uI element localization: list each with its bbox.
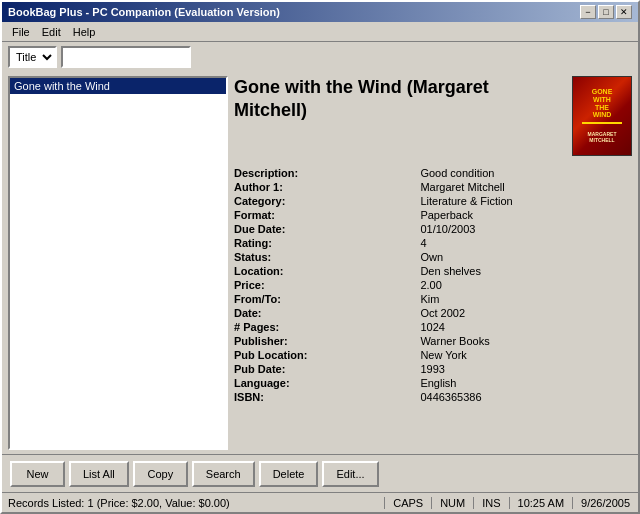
field-label: From/To:: [234, 292, 420, 306]
status-num: NUM: [432, 497, 474, 509]
cover-text: GONE WITH THE WIND: [592, 88, 613, 119]
main-window: BookBag Plus - PC Companion (Evaluation …: [0, 0, 640, 514]
field-row: Format:Paperback: [234, 208, 632, 222]
field-value: 2.00: [420, 278, 632, 292]
button-bar: New List All Copy Search Delete Edit...: [2, 454, 638, 492]
field-value: English: [420, 376, 632, 390]
field-row: Pub Location:New York: [234, 348, 632, 362]
field-value: Oct 2002: [420, 306, 632, 320]
status-records: Records Listed: 1 (Price: $2.00, Value: …: [2, 497, 385, 509]
field-row: Pub Date:1993: [234, 362, 632, 376]
field-value: Literature & Fiction: [420, 194, 632, 208]
edit-button[interactable]: Edit...: [322, 461, 378, 487]
field-label: Publisher:: [234, 334, 420, 348]
title-bar-buttons: − □ ✕: [580, 5, 632, 19]
filter-input[interactable]: [61, 46, 191, 68]
book-list[interactable]: Gone with the Wind: [8, 76, 228, 450]
menu-bar: File Edit Help: [2, 22, 638, 42]
copy-button[interactable]: Copy: [133, 461, 188, 487]
field-row: Description:Good condition: [234, 166, 632, 180]
field-value: Good condition: [420, 166, 632, 180]
book-cover-inner: GONE WITH THE WIND MARGARETMITCHELL: [573, 77, 631, 155]
field-value: New York: [420, 348, 632, 362]
delete-button[interactable]: Delete: [259, 461, 319, 487]
field-label: Price:: [234, 278, 420, 292]
field-row: Category:Literature & Fiction: [234, 194, 632, 208]
field-label: Location:: [234, 264, 420, 278]
field-row: Date:Oct 2002: [234, 306, 632, 320]
field-label: Pub Location:: [234, 348, 420, 362]
field-row: Language:English: [234, 376, 632, 390]
status-caps: CAPS: [385, 497, 432, 509]
field-value: Kim: [420, 292, 632, 306]
maximize-button[interactable]: □: [598, 5, 614, 19]
field-row: Status:Own: [234, 250, 632, 264]
field-value: 1993: [420, 362, 632, 376]
toolbar: Title: [2, 42, 638, 72]
book-fields: Description:Good conditionAuthor 1:Marga…: [234, 166, 632, 404]
book-title-text: Gone with the Wind (Margaret Mitchell): [234, 76, 564, 123]
status-date: 9/26/2005: [573, 497, 638, 509]
title-bar: BookBag Plus - PC Companion (Evaluation …: [2, 2, 638, 22]
field-value: 01/10/2003: [420, 222, 632, 236]
field-label: Description:: [234, 166, 420, 180]
status-time: 10:25 AM: [510, 497, 573, 509]
cover-subtext: MARGARETMITCHELL: [588, 131, 617, 144]
minimize-button[interactable]: −: [580, 5, 596, 19]
field-row: # Pages:1024: [234, 320, 632, 334]
field-value: Margaret Mitchell: [420, 180, 632, 194]
book-title-area: Gone with the Wind (Margaret Mitchell) G…: [234, 76, 632, 156]
status-ins: INS: [474, 497, 509, 509]
field-row: Rating:4: [234, 236, 632, 250]
field-label: Language:: [234, 376, 420, 390]
field-label: Pub Date:: [234, 362, 420, 376]
field-value: Warner Books: [420, 334, 632, 348]
book-cover: GONE WITH THE WIND MARGARETMITCHELL: [572, 76, 632, 156]
field-label: ISBN:: [234, 390, 420, 404]
field-label: Status:: [234, 250, 420, 264]
close-button[interactable]: ✕: [616, 5, 632, 19]
field-label: Rating:: [234, 236, 420, 250]
menu-edit[interactable]: Edit: [36, 24, 67, 40]
field-value: 4: [420, 236, 632, 250]
field-label: Date:: [234, 306, 420, 320]
field-row: Location:Den shelves: [234, 264, 632, 278]
status-bar: Records Listed: 1 (Price: $2.00, Value: …: [2, 492, 638, 512]
field-value: 1024: [420, 320, 632, 334]
field-label: Category:: [234, 194, 420, 208]
field-row: Publisher:Warner Books: [234, 334, 632, 348]
list-all-button[interactable]: List All: [69, 461, 129, 487]
field-value: 0446365386: [420, 390, 632, 404]
field-value: Own: [420, 250, 632, 264]
field-row: From/To:Kim: [234, 292, 632, 306]
status-right: CAPS NUM INS 10:25 AM 9/26/2005: [385, 497, 638, 509]
field-label: Author 1:: [234, 180, 420, 194]
window-title: BookBag Plus - PC Companion (Evaluation …: [8, 6, 280, 18]
field-label: # Pages:: [234, 320, 420, 334]
field-row: ISBN:0446365386: [234, 390, 632, 404]
field-label: Due Date:: [234, 222, 420, 236]
field-row: Price:2.00: [234, 278, 632, 292]
filter-select[interactable]: Title: [8, 46, 57, 68]
list-item[interactable]: Gone with the Wind: [10, 78, 226, 94]
field-value: Den shelves: [420, 264, 632, 278]
search-button[interactable]: Search: [192, 461, 255, 487]
field-label: Format:: [234, 208, 420, 222]
content-area: Gone with the Wind Gone with the Wind (M…: [2, 72, 638, 454]
new-button[interactable]: New: [10, 461, 65, 487]
menu-help[interactable]: Help: [67, 24, 102, 40]
field-value: Paperback: [420, 208, 632, 222]
detail-panel: Gone with the Wind (Margaret Mitchell) G…: [234, 76, 632, 450]
field-row: Due Date:01/10/2003: [234, 222, 632, 236]
menu-file[interactable]: File: [6, 24, 36, 40]
field-row: Author 1:Margaret Mitchell: [234, 180, 632, 194]
